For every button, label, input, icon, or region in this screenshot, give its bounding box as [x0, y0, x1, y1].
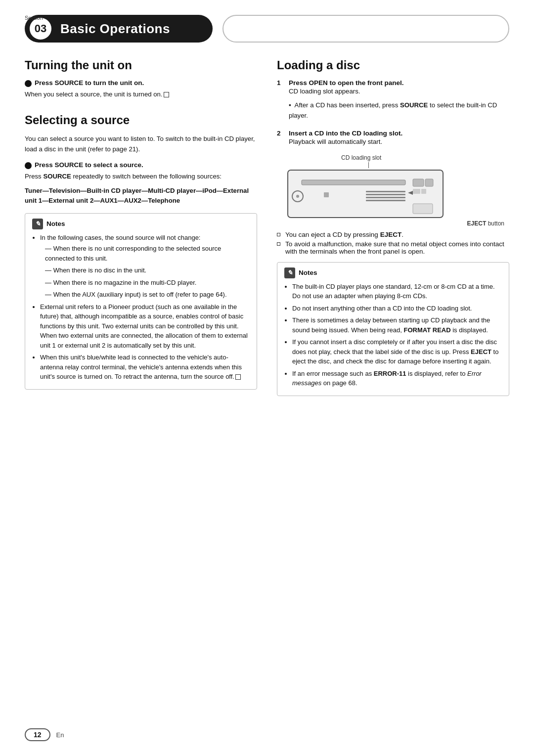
turning-on-body: When you select a source, the unit is tu…: [25, 89, 257, 99]
left-notes-list: In the following cases, the sound source…: [32, 233, 250, 382]
step-1-body: CD loading slot appears.: [289, 87, 509, 96]
right-note-1: The built-in CD player plays one standar…: [292, 282, 502, 301]
stop-symbol-2: [235, 374, 241, 380]
step-1-number: 1: [277, 79, 285, 125]
bullet-icon-2: [25, 162, 32, 169]
section-label: Section: [25, 15, 43, 21]
right-note-4: If you cannot insert a disc completely o…: [292, 337, 502, 366]
svg-rect-5: [366, 191, 405, 192]
right-note-2: Do not insert anything other than a CD i…: [292, 304, 502, 313]
svg-rect-12: [421, 189, 426, 194]
right-notes-box: ✎ Notes The built-in CD player plays one…: [277, 262, 509, 396]
section-number: 03: [30, 18, 51, 40]
left-note-1: In the following cases, the sound source…: [40, 233, 250, 300]
turning-unit-on-heading: Turning the unit on: [25, 58, 257, 72]
left-notes-box: ✎ Notes In the following cases, the soun…: [25, 213, 257, 390]
eject-button-label: EJECT button: [287, 220, 504, 227]
step-1: 1 Press OPEN to open the front panel. CD…: [277, 79, 509, 125]
loading-disc-heading: Loading a disc: [277, 58, 509, 72]
sq-bullet-2: [277, 242, 280, 246]
page: Section 03 Basic Operations Turning the …: [0, 0, 534, 756]
eject-note-2: To avoid a malfunction, make sure that n…: [277, 240, 509, 255]
cd-slot-label-area: CD loading slot: [341, 154, 509, 161]
step-2-number: 2: [277, 130, 285, 151]
left-note-2: External unit refers to a Pioneer produc…: [40, 302, 250, 351]
selecting-source-intro: You can select a source you want to list…: [25, 134, 257, 154]
notes-header-left: ✎ Notes: [32, 219, 250, 229]
svg-rect-14: [413, 204, 433, 214]
eject-note-1: You can eject a CD by pressing EJECT.: [277, 231, 509, 238]
bullet-icon: [25, 80, 32, 87]
step-2-content: Insert a CD into the CD loading slot. Pl…: [289, 130, 509, 151]
turning-unit-on-section: Turning the unit on Press SOURCE to turn…: [25, 58, 257, 99]
language-label: En: [56, 731, 64, 739]
source-switch-body: Press SOURCE repeatedly to switch betwee…: [25, 172, 257, 181]
left-note-1d: When the AUX (auxiliary input) is set to…: [45, 290, 250, 300]
press-source-on-subheading: Press SOURCE to turn the unit on.: [25, 79, 257, 87]
svg-rect-6: [366, 194, 405, 195]
right-note-5: If an error message such as ERROR-11 is …: [292, 369, 502, 388]
cd-diagram-area: CD loading slot: [287, 154, 509, 227]
press-source-select-subheading: Press SOURCE to select a source.: [25, 161, 257, 169]
right-note-3: There is sometimes a delay between start…: [292, 315, 502, 335]
svg-rect-9: [413, 179, 424, 186]
eject-note-2-text: To avoid a malfunction, make sure that n…: [285, 240, 509, 255]
svg-rect-7: [366, 197, 405, 198]
right-notes-list: The built-in CD player plays one standar…: [284, 282, 502, 388]
notes-header-right: ✎ Notes: [284, 267, 502, 278]
header-right-box: [222, 15, 509, 43]
eject-note-1-text: You can eject a CD by pressing EJECT.: [285, 231, 403, 238]
step-1-note: ▪ After a CD has been inserted, press SO…: [289, 100, 509, 121]
sq-bullet-1: [277, 233, 280, 236]
selecting-source-heading: Selecting a source: [25, 113, 257, 127]
svg-rect-1: [302, 180, 405, 185]
loading-disc-section: Loading a disc 1 Press OPEN to open the …: [277, 58, 509, 396]
step-1-title: Press OPEN to open the front panel.: [289, 79, 509, 87]
right-column: Loading a disc 1 Press OPEN to open the …: [277, 58, 509, 400]
left-note-3: When this unit's blue/white lead is conn…: [40, 353, 250, 382]
diagram-arrow-down: [368, 162, 509, 168]
svg-rect-11: [413, 189, 420, 194]
selecting-source-section: Selecting a source You can select a sour…: [25, 113, 257, 389]
notes-icon-right: ✎: [284, 267, 295, 278]
section-badge: 03 Basic Operations: [25, 15, 213, 43]
source-list: Tuner—Television—Built-in CD player—Mult…: [25, 186, 257, 206]
cd-loading-slot-label: CD loading slot: [341, 154, 381, 161]
svg-rect-10: [425, 179, 433, 186]
left-note-1-sublist: When there is no unit corresponding to t…: [40, 244, 250, 300]
left-note-1b: When there is no disc in the unit.: [45, 266, 250, 275]
page-footer: 12 En: [25, 728, 509, 741]
left-column: Turning the unit on Press SOURCE to turn…: [25, 58, 257, 400]
page-header: 03 Basic Operations: [25, 15, 509, 43]
left-note-1c: When there is no magazine in the multi-C…: [45, 278, 250, 288]
svg-rect-8: [366, 200, 405, 201]
step-2: 2 Insert a CD into the CD loading slot. …: [277, 130, 509, 151]
svg-point-3: [296, 195, 299, 198]
svg-rect-4: [324, 192, 329, 197]
notes-icon-left: ✎: [32, 219, 43, 229]
stop-symbol: [164, 92, 169, 97]
eject-notes-list: You can eject a CD by pressing EJECT. To…: [277, 231, 509, 255]
page-number: 12: [25, 728, 50, 741]
left-note-1a: When there is no unit corresponding to t…: [45, 244, 250, 263]
step-2-body: Playback will automatically start.: [289, 137, 509, 147]
cd-device-svg: [287, 169, 445, 219]
main-content: Turning the unit on Press SOURCE to turn…: [25, 58, 509, 400]
step-2-title: Insert a CD into the CD loading slot.: [289, 130, 509, 137]
section-title: Basic Operations: [60, 21, 170, 37]
step-1-content: Press OPEN to open the front panel. CD l…: [289, 79, 509, 125]
